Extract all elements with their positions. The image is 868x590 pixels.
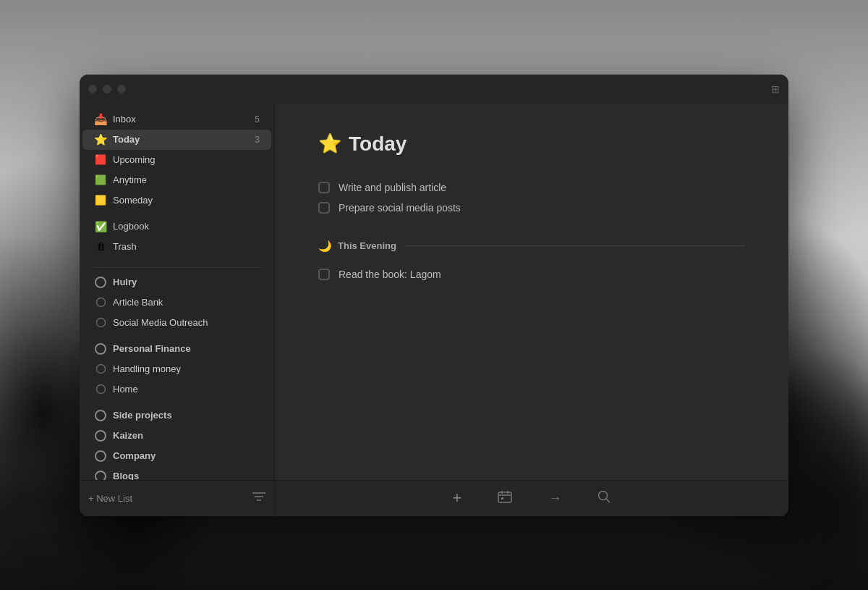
calendar-button[interactable]	[498, 490, 512, 507]
window-icon: ⊞	[771, 83, 780, 95]
svg-point-4	[96, 365, 105, 374]
anytime-label: Anytime	[113, 174, 260, 185]
svg-point-7	[95, 431, 106, 441]
svg-point-18	[599, 491, 608, 500]
personal-finance-icon	[94, 342, 107, 355]
sidebar-item-blogs[interactable]: Blogs	[82, 466, 271, 480]
upcoming-label: Upcoming	[113, 154, 260, 165]
logbook-label: Logbook	[113, 221, 260, 232]
sidebar: 📥 Inbox 5 ⭐ Today 3 🟥 Upcoming 🟩	[80, 104, 275, 516]
upcoming-icon: 🟥	[94, 153, 107, 167]
home-label: Home	[113, 384, 260, 395]
inbox-icon: 📥	[94, 113, 107, 126]
blogs-icon	[94, 470, 107, 480]
today-star-icon: ⭐	[318, 132, 341, 155]
sidebar-item-upcoming[interactable]: 🟥 Upcoming	[82, 150, 271, 170]
svg-point-2	[96, 319, 105, 327]
svg-rect-17	[501, 497, 503, 500]
task-text-3: Read the book: Lagom	[339, 269, 441, 280]
evening-tasks: Read the book: Lagom	[318, 264, 745, 285]
inbox-label: Inbox	[113, 114, 249, 125]
someday-label: Someday	[113, 195, 260, 206]
article-bank-label: Article Bank	[113, 297, 260, 308]
task-item-1[interactable]: Write and publish article	[318, 177, 745, 198]
evening-divider: 🌙 This Evening	[318, 240, 745, 253]
sidebar-item-trash[interactable]: 🗑 Trash	[82, 237, 271, 257]
today-label: Today	[113, 134, 249, 145]
main-content: ⭐ Today Write and publish article Prepar…	[275, 104, 788, 516]
svg-point-9	[95, 471, 106, 480]
sidebar-item-someday[interactable]: 🟨 Someday	[82, 190, 271, 211]
sidebar-item-logbook[interactable]: ✅ Logbook	[82, 216, 271, 237]
home-icon	[94, 383, 107, 396]
anytime-icon: 🟩	[94, 174, 107, 187]
sidebar-scroll: 📥 Inbox 5 ⭐ Today 3 🟥 Upcoming 🟩	[80, 104, 274, 480]
minimize-button[interactable]	[103, 85, 111, 93]
hulry-label: Hulry	[113, 277, 260, 287]
blogs-label: Blogs	[113, 471, 260, 480]
divider1	[91, 267, 263, 268]
app-body: 📥 Inbox 5 ⭐ Today 3 🟥 Upcoming 🟩	[80, 104, 788, 516]
page-title-container: ⭐ Today	[318, 132, 745, 156]
someday-icon: 🟨	[94, 194, 107, 207]
task-item-2[interactable]: Prepare social media posts	[318, 198, 745, 218]
kaizen-icon	[94, 429, 107, 442]
evening-label: This Evening	[338, 240, 396, 251]
new-list-label: + New List	[88, 493, 132, 504]
task-text-2: Prepare social media posts	[339, 202, 461, 214]
close-button[interactable]	[88, 85, 97, 93]
sidebar-item-kaizen[interactable]: Kaizen	[82, 426, 271, 446]
hulry-icon	[94, 276, 107, 289]
company-label: Company	[113, 450, 260, 461]
sidebar-item-social-media[interactable]: Social Media Outreach	[82, 313, 271, 333]
search-button[interactable]	[597, 490, 610, 507]
side-projects-icon	[94, 409, 107, 422]
move-button[interactable]: →	[548, 491, 561, 506]
sidebar-item-home[interactable]: Home	[82, 379, 271, 400]
filter-button[interactable]	[252, 492, 265, 505]
gap1	[80, 211, 274, 216]
sidebar-item-hulry[interactable]: Hulry	[82, 272, 271, 292]
sidebar-footer: + New List	[80, 480, 274, 516]
task-checkbox-1[interactable]	[318, 182, 330, 193]
svg-point-5	[96, 385, 105, 394]
gap2	[80, 257, 274, 263]
sidebar-item-personal-finance[interactable]: Personal Finance	[82, 339, 271, 359]
trash-label: Trash	[113, 241, 260, 252]
social-media-label: Social Media Outreach	[113, 317, 260, 328]
sidebar-item-today[interactable]: ⭐ Today 3	[82, 130, 271, 150]
sidebar-item-side-projects[interactable]: Side projects	[82, 405, 271, 426]
svg-point-3	[95, 344, 106, 354]
svg-point-0	[95, 277, 106, 287]
sidebar-item-anytime[interactable]: 🟩 Anytime	[82, 170, 271, 190]
today-icon: ⭐	[94, 133, 107, 146]
today-badge: 3	[255, 135, 260, 145]
social-media-icon	[94, 316, 107, 329]
svg-line-19	[606, 499, 610, 502]
sidebar-item-inbox[interactable]: 📥 Inbox 5	[82, 109, 271, 130]
main-window: ⊞ 📥 Inbox 5 ⭐ Today 3 🟥	[80, 75, 788, 516]
task-checkbox-3[interactable]	[318, 269, 330, 280]
inbox-badge: 5	[255, 114, 260, 125]
add-task-button[interactable]: +	[453, 489, 462, 507]
page-title: Today	[349, 132, 407, 156]
evening-moon-icon: 🌙	[318, 240, 332, 253]
main-footer: + →	[275, 480, 788, 516]
gap4	[80, 400, 274, 405]
sidebar-item-company[interactable]: Company	[82, 446, 271, 466]
evening-label-container: 🌙 This Evening	[318, 240, 396, 253]
trash-icon: 🗑	[94, 240, 107, 253]
article-bank-icon	[94, 296, 107, 309]
task-item-3[interactable]: Read the book: Lagom	[318, 264, 745, 285]
titlebar: ⊞	[80, 75, 788, 104]
new-list-button[interactable]: + New List	[88, 493, 132, 504]
svg-point-1	[96, 298, 105, 307]
logbook-icon: ✅	[94, 220, 107, 233]
svg-point-8	[95, 451, 106, 461]
traffic-lights	[88, 85, 126, 93]
maximize-button[interactable]	[117, 85, 126, 93]
sidebar-item-article-bank[interactable]: Article Bank	[82, 292, 271, 313]
company-icon	[94, 450, 107, 463]
task-checkbox-2[interactable]	[318, 202, 330, 214]
sidebar-item-handling-money[interactable]: Handling money	[82, 359, 271, 379]
